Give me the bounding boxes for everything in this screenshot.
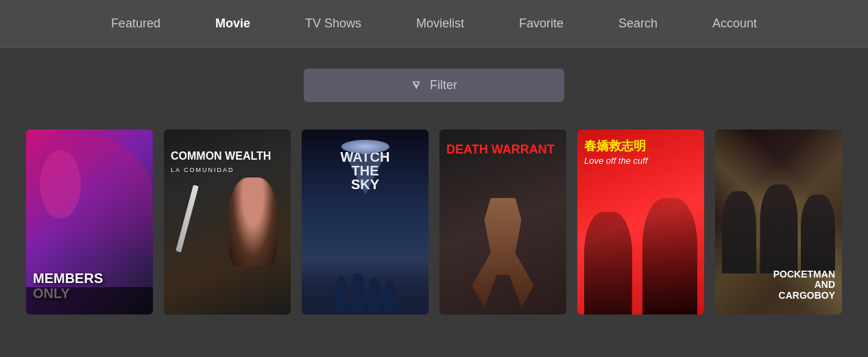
movie-title-love-off-cuff: 春嬌救志明Love off the cuff <box>584 140 697 166</box>
movie-poster-members-only: MEMBERSONLY <box>26 130 153 315</box>
movie-subtitle-love-off-cuff: Love off the cuff <box>584 156 697 166</box>
filter-button[interactable]: ⛛ Filter <box>304 69 564 102</box>
movie-poster-death-warrant: DEATH WARRANT <box>439 130 566 315</box>
movie-card-pocketman[interactable]: POCKETMANANDCARGOBOY <box>715 130 842 315</box>
movie-title-common-wealth: COMMON WEALTHLA COMUNIDAD <box>171 150 284 174</box>
filter-label: Filter <box>430 78 457 93</box>
nav-item-featured[interactable]: Featured <box>84 0 188 48</box>
filter-icon: ⛛ <box>411 78 423 93</box>
movie-card-death-warrant[interactable]: DEATH WARRANT <box>439 130 566 315</box>
movies-grid: MEMBERSONLY COMMON WEALTHLA COMUNIDAD WA… <box>0 116 868 328</box>
movie-card-watch-sky[interactable]: WATCHTHESKY <box>302 130 429 315</box>
nav-item-account[interactable]: Account <box>685 0 784 48</box>
nav-item-search[interactable]: Search <box>591 0 685 48</box>
movie-poster-love-off-cuff: 春嬌救志明Love off the cuff <box>577 130 704 315</box>
movie-title-death-warrant: DEATH WARRANT <box>446 143 559 157</box>
movie-poster-pocketman: POCKETMANANDCARGOBOY <box>715 130 842 315</box>
movie-poster-common-wealth: COMMON WEALTHLA COMUNIDAD <box>164 130 291 315</box>
main-navigation: Featured Movie TV Shows Movielist Favori… <box>0 0 868 48</box>
nav-item-tv-shows[interactable]: TV Shows <box>278 0 389 48</box>
movie-card-love-off-cuff[interactable]: 春嬌救志明Love off the cuff <box>577 130 704 315</box>
movie-card-members-only[interactable]: MEMBERSONLY <box>26 130 153 315</box>
movie-card-common-wealth[interactable]: COMMON WEALTHLA COMUNIDAD <box>164 130 291 315</box>
nav-items-container: Featured Movie TV Shows Movielist Favori… <box>84 0 784 48</box>
nav-item-movielist[interactable]: Movielist <box>389 0 492 48</box>
movie-poster-watch-sky: WATCHTHESKY <box>302 130 429 315</box>
filter-section: ⛛ Filter <box>0 48 868 116</box>
nav-item-favorite[interactable]: Favorite <box>492 0 591 48</box>
movie-title-pocketman: POCKETMANANDCARGOBOY <box>773 269 835 301</box>
nav-item-movie[interactable]: Movie <box>188 0 278 48</box>
